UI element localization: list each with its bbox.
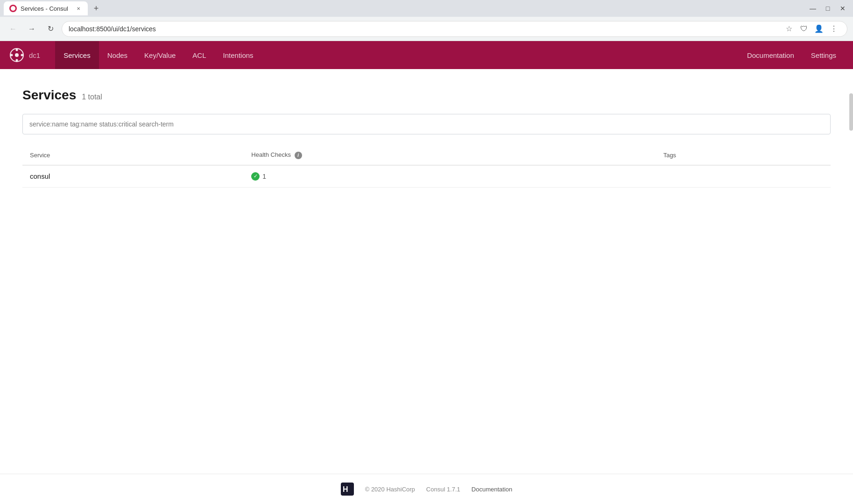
address-bar-url: localhost:8500/ui/dc1/services [69,25,780,33]
minimize-button[interactable]: — [806,2,819,15]
service-name: consul [30,172,50,180]
bookmark-icon[interactable]: ☆ [783,22,796,35]
app-content: dc1 Services Nodes Key/Value ACL Intenti… [0,41,853,504]
nav-item-services[interactable]: Services [55,41,99,69]
maximize-button[interactable]: □ [821,2,834,15]
reload-button[interactable]: ↻ [43,21,58,36]
svg-point-5 [21,54,23,56]
navbar-brand: dc1 [9,48,44,63]
svg-point-3 [16,59,18,62]
table-body: consul ✓ 1 [22,165,831,188]
health-check-count: 1 [262,173,266,180]
navbar-right: Documentation Settings [740,41,844,69]
main-content: Services 1 total Service Health Checks i [0,69,853,474]
scrollbar[interactable] [849,93,853,131]
services-count: 1 total [82,93,102,101]
window-controls: — □ ✕ [806,2,849,15]
health-check-passing-icon: ✓ [251,172,260,181]
close-button[interactable]: ✕ [836,2,849,15]
browser-titlebar: Services - Consul ✕ + — □ ✕ [0,0,853,17]
footer-version: Consul 1.7.1 [426,486,460,493]
navbar: dc1 Services Nodes Key/Value ACL Intenti… [0,41,853,69]
settings-link[interactable]: Settings [804,41,844,69]
health-checks-cell: ✓ 1 [244,165,656,188]
search-container [22,114,831,134]
services-table: Service Health Checks i Tags consul [22,146,831,188]
app-footer: H © 2020 HashiCorp Consul 1.7.1 Document… [0,474,853,504]
page-title: Services [22,88,76,103]
service-name-cell: consul [22,165,244,188]
tags-cell [656,165,831,188]
footer-copyright: © 2020 HashiCorp [365,486,415,493]
svg-point-2 [16,49,18,51]
search-input[interactable] [22,114,831,134]
health-checks-info-icon[interactable]: i [295,152,302,159]
nav-item-nodes[interactable]: Nodes [99,41,136,69]
footer-logo: H [341,483,354,496]
svg-text:H: H [343,485,348,493]
nav-item-keyvalue[interactable]: Key/Value [136,41,184,69]
navbar-nav: Services Nodes Key/Value ACL Intentions [55,41,261,69]
new-tab-button[interactable]: + [90,2,103,15]
consul-logo-icon [9,48,24,63]
health-checks-container: ✓ 1 [251,172,648,181]
table-row[interactable]: consul ✓ 1 [22,165,831,188]
table-header-row: Service Health Checks i Tags [22,146,831,165]
hashicorp-logo-icon: H [341,483,354,496]
browser-addressbar: ← → ↻ localhost:8500/ui/dc1/services ☆ 🛡… [0,17,853,41]
page-header: Services 1 total [22,88,831,103]
menu-icon[interactable]: ⋮ [827,22,840,35]
svg-point-1 [15,53,19,57]
column-header-health: Health Checks i [244,146,656,165]
table-header: Service Health Checks i Tags [22,146,831,165]
column-header-service: Service [22,146,244,165]
account-icon[interactable]: 👤 [812,22,825,35]
shield-icon[interactable]: 🛡 [797,22,811,35]
tab-close-button[interactable]: ✕ [75,5,82,12]
back-button[interactable]: ← [6,21,21,36]
browser-tab[interactable]: Services - Consul ✕ [4,1,88,15]
svg-point-4 [11,54,13,56]
footer-documentation-link[interactable]: Documentation [472,486,512,493]
address-bar[interactable]: localhost:8500/ui/dc1/services ☆ 🛡 👤 ⋮ [62,21,847,37]
documentation-link[interactable]: Documentation [740,41,802,69]
column-header-tags: Tags [656,146,831,165]
nav-item-acl[interactable]: ACL [184,41,214,69]
forward-button[interactable]: → [24,21,39,36]
tab-favicon [9,5,17,12]
tab-title: Services - Consul [21,5,68,12]
datacenter-label: dc1 [29,51,40,59]
nav-item-intentions[interactable]: Intentions [215,41,262,69]
